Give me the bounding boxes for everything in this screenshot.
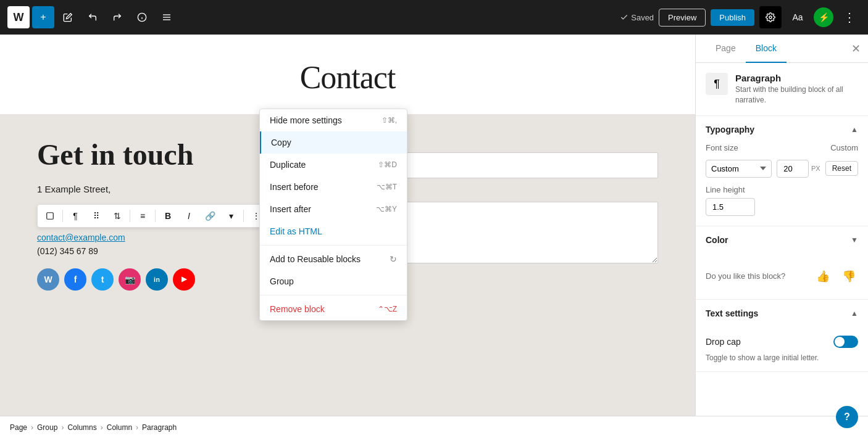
color-content: Do you like this block? 👍 👎 [696,254,868,299]
px-label: PX [811,165,820,172]
undo-button[interactable] [81,6,104,28]
edit-mode-button[interactable] [57,6,79,28]
link-button[interactable]: 🔗 [200,206,220,226]
thumbs-down-button[interactable]: 👎 [840,267,858,286]
address-text: 1 Example Street, [37,184,269,194]
sidebar-tabs: Page Block ✕ [696,35,868,63]
social-wp-icon[interactable]: W [37,268,59,291]
preview-button[interactable]: Preview [659,9,706,27]
remove-block-item[interactable]: Remove block ⌃⌥Z [260,298,407,320]
align-button[interactable]: ≡ [133,206,152,226]
publish-button[interactable]: Publish [711,9,754,26]
social-icons: W f t 📷 in ▶ [37,268,269,291]
user-avatar[interactable]: ⚡ [814,7,833,27]
add-block-button[interactable]: + [32,6,54,28]
breadcrumb-sep-3: › [101,423,103,432]
font-size-row: Font size Custom [706,143,858,152]
phone-text: (012) 345 67 89 [37,246,269,256]
toolbar-divider [62,210,63,222]
typography-content: Font size Custom Custom PX Reset Line he… [696,143,868,226]
context-menu: Hide more settings ⇧⌘, Copy Duplicate ⇧⌘… [259,109,407,321]
line-height-label: Line height [706,185,858,194]
context-menu-divider-1 [260,245,407,246]
email-link[interactable]: contact@example.com [37,233,269,242]
tab-block[interactable]: Block [746,35,787,63]
font-size-label: Font size [706,143,825,152]
breadcrumb-column[interactable]: Column [107,423,132,432]
text-settings-title: Text settings [706,308,758,318]
editor-area: Contact Get in touch 1 Example Street, ¶… [0,35,695,416]
drop-cap-description: Toggle to show a large initial letter. [706,353,858,363]
italic-button[interactable]: I [179,206,199,226]
font-size-input[interactable] [777,160,809,178]
insert-after-item[interactable]: Insert after ⌥⌘Y [260,198,407,220]
breadcrumb-page[interactable]: Page [10,423,27,432]
page-title[interactable]: Contact [37,59,658,96]
context-menu-divider-2 [260,295,407,295]
text-settings-section: Text settings ▲ Drop cap Toggle to show … [696,300,868,373]
hide-settings-item[interactable]: Hide more settings ⇧⌘, [260,109,407,131]
group-item[interactable]: Group [260,270,407,292]
block-description: Start with the building block of all nar… [735,85,858,105]
text-settings-header[interactable]: Text settings ▲ [696,300,868,327]
edit-html-item[interactable]: Edit as HTML [260,220,407,242]
text-settings-chevron: ▲ [851,309,858,318]
social-facebook-icon[interactable]: f [64,268,86,291]
toggle-knob [835,337,845,347]
breadcrumb: Page › Group › Columns › Column › Paragr… [0,416,868,438]
feedback-row: Do you like this block? 👍 👎 [706,262,858,291]
breadcrumb-paragraph[interactable]: Paragraph [142,423,177,432]
font-size-input-group: PX [777,160,820,178]
help-button[interactable]: ? [836,406,858,428]
insert-before-item[interactable]: Insert before ⌥⌘T [260,176,407,198]
toolbar-divider-3 [155,210,156,222]
more-options-block-button[interactable]: ▾ [221,206,241,226]
social-linkedin-icon[interactable]: in [146,268,168,291]
more-options-button[interactable]: ⋮ [838,6,861,28]
main-area: Contact Get in touch 1 Example Street, ¶… [0,35,868,416]
sidebar-close-button[interactable]: ✕ [851,42,861,56]
toolbar-divider-2 [130,210,130,222]
color-section: Color ▼ Do you like this block? 👍 👎 [696,226,868,300]
social-youtube-icon[interactable]: ▶ [173,268,195,291]
social-twitter-icon[interactable]: t [91,268,114,291]
add-reusable-item[interactable]: Add to Reusable blocks ↻ [260,248,407,270]
drag-button[interactable]: ⠿ [86,206,106,226]
copy-item[interactable]: Copy [260,131,407,154]
line-height-input[interactable] [706,198,755,216]
reset-button[interactable]: Reset [825,161,858,176]
main-toolbar: W + Saved Preview Publish Aa ⚡ ⋮ [0,0,868,35]
color-chevron: ▼ [851,236,858,244]
block-info: ¶ Paragraph Start with the building bloc… [696,63,868,116]
custom-label: Custom [830,143,858,152]
paragraph-button[interactable]: ¶ [65,206,85,226]
wordpress-logo: W [7,6,30,28]
page-title-section: Contact [0,35,695,114]
drop-cap-toggle[interactable] [833,336,858,348]
sidebar: Page Block ✕ ¶ Paragraph Start with the … [695,35,868,416]
redo-button[interactable] [106,6,128,28]
move-button[interactable]: ⇅ [107,206,127,226]
typography-section-header[interactable]: Typography ▲ [696,116,868,143]
font-size-select[interactable]: Custom [706,160,772,178]
social-instagram-icon[interactable]: 📷 [119,268,141,291]
breadcrumb-group[interactable]: Group [37,423,57,432]
breadcrumb-columns[interactable]: Columns [67,423,96,432]
line-height-row: Line height [706,185,858,216]
block-type-button[interactable] [40,206,60,226]
typography-title: Typography [706,125,754,134]
duplicate-item[interactable]: Duplicate ⇧⌘D [260,154,407,176]
color-section-header[interactable]: Color ▼ [696,226,868,254]
get-in-touch-heading[interactable]: Get in touch [37,139,269,171]
thumbs-up-button[interactable]: 👍 [814,267,832,286]
tab-page[interactable]: Page [706,35,746,63]
bold-button[interactable]: B [158,206,178,226]
breadcrumb-sep-2: › [61,423,64,432]
settings-button[interactable] [759,6,782,28]
drop-cap-row: Drop cap [706,336,858,348]
block-toolbar: ¶ ⠿ ⇅ ≡ B I 🔗 ▾ ⋮ [37,204,269,228]
info-button[interactable] [131,6,153,28]
list-view-button[interactable] [156,6,178,28]
svg-rect-7 [47,213,54,220]
font-appearance-button[interactable]: Aa [787,6,809,28]
